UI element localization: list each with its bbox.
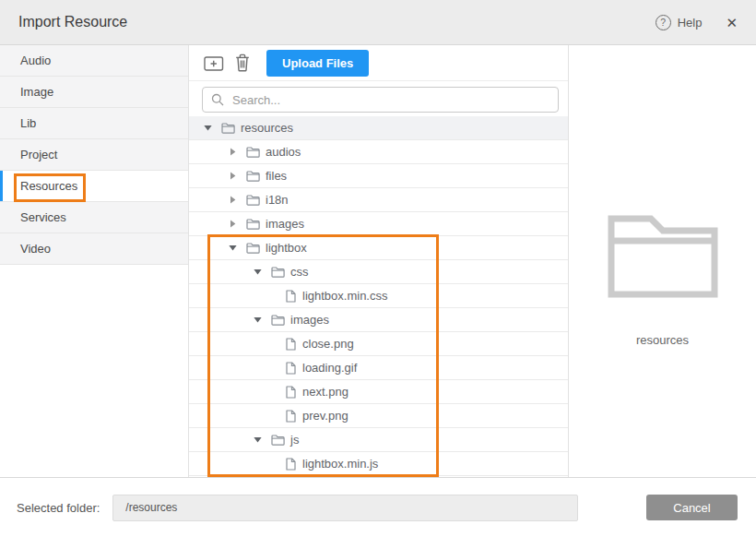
new-folder-icon <box>204 54 224 72</box>
tree-node-css[interactable]: css <box>189 260 568 284</box>
tree-node-lightbox.min.css[interactable]: lightbox.min.css <box>189 284 568 308</box>
import-resource-dialog: Import Resource ? Help ✕ AudioImageLibPr… <box>0 0 756 537</box>
help-icon: ? <box>656 15 671 30</box>
collapse-arrow-icon[interactable] <box>254 436 262 443</box>
sidebar-item-image[interactable]: Image <box>0 77 188 108</box>
sidebar-item-label: Audio <box>20 54 51 67</box>
delete-button[interactable] <box>231 50 254 76</box>
tree-node-js[interactable]: js <box>189 428 568 452</box>
folder-icon <box>271 315 285 326</box>
sidebar-item-services[interactable]: Services <box>0 202 188 233</box>
sidebar-item-video[interactable]: Video <box>0 233 188 265</box>
tree-node-images[interactable]: images <box>189 212 568 236</box>
tree-node-label: lightbox.min.js <box>302 457 378 471</box>
tree-node-loading.gif[interactable]: loading.gif <box>189 356 568 380</box>
file-icon <box>286 410 296 423</box>
file-icon <box>286 362 296 375</box>
new-folder-button[interactable] <box>200 51 228 76</box>
dialog-footer: Selected folder: Cancel <box>0 477 756 537</box>
sidebar-item-label: Image <box>20 85 53 99</box>
tree-node-next.png[interactable]: next.png <box>189 380 568 404</box>
sidebar-item-label: Project <box>20 148 57 161</box>
tree-node-label: images <box>266 217 304 231</box>
sidebar-item-resources[interactable]: Resources <box>0 171 188 202</box>
close-icon[interactable]: ✕ <box>726 16 738 30</box>
tree-node-files[interactable]: files <box>189 164 568 188</box>
folder-icon <box>246 195 260 206</box>
folder-icon <box>246 243 260 254</box>
tree-node-label: lightbox.min.css <box>302 289 387 303</box>
collapse-arrow-icon[interactable] <box>254 316 262 323</box>
file-icon <box>286 338 296 351</box>
tree-node-label: images <box>290 313 329 327</box>
tree-node-resources[interactable]: resources <box>189 116 568 140</box>
selected-folder-label: Selected folder: <box>17 501 100 515</box>
folder-icon <box>221 123 235 134</box>
file-icon <box>286 386 296 399</box>
expand-arrow-icon[interactable] <box>229 220 237 228</box>
collapse-arrow-icon[interactable] <box>254 268 262 275</box>
tree-node-close.png[interactable]: close.png <box>189 332 568 356</box>
help-label: Help <box>678 16 703 30</box>
category-sidebar: AudioImageLibProjectResourcesServicesVid… <box>0 45 189 477</box>
tree-node-label: next.png <box>302 385 348 399</box>
preview-folder-name: resources <box>636 333 689 347</box>
search-area <box>189 81 568 116</box>
tree-node-prev.png[interactable]: prev.png <box>189 404 568 428</box>
expand-arrow-icon[interactable] <box>229 172 237 180</box>
search-input[interactable] <box>230 92 549 108</box>
folder-tree: resourcesaudiosfilesi18nimageslightboxcs… <box>189 116 568 477</box>
upload-files-button[interactable]: Upload Files <box>266 50 369 77</box>
collapse-arrow-icon[interactable] <box>229 245 237 251</box>
sidebar-item-label: Lib <box>20 116 36 130</box>
collapse-arrow-icon[interactable] <box>204 125 212 131</box>
tree-node-audios[interactable]: audios <box>189 140 568 164</box>
big-folder-icon <box>608 215 718 298</box>
expand-arrow-icon[interactable] <box>229 196 237 204</box>
folder-icon <box>246 219 260 230</box>
tree-node-label: lightbox <box>266 241 307 255</box>
file-icon <box>286 290 296 303</box>
expand-arrow-icon[interactable] <box>229 148 237 156</box>
tree-node-label: loading.gif <box>302 361 357 375</box>
sidebar-item-audio[interactable]: Audio <box>0 45 188 77</box>
tree-node-lightbox[interactable]: lightbox <box>189 236 568 260</box>
search-box[interactable] <box>202 87 559 113</box>
tree-node-i18n[interactable]: i18n <box>189 188 568 212</box>
folder-icon <box>271 435 285 446</box>
sidebar-item-label: Resources <box>20 179 77 193</box>
sidebar-item-label: Video <box>20 242 51 256</box>
tree-node-label: audios <box>266 145 301 159</box>
sidebar-item-lib[interactable]: Lib <box>0 108 188 139</box>
file-icon <box>286 458 296 471</box>
tree-node-label: resources <box>241 121 293 135</box>
search-icon <box>211 93 224 106</box>
folder-icon <box>246 147 260 158</box>
folder-icon <box>271 267 285 278</box>
tree-node-lightbox.min.js[interactable]: lightbox.min.js <box>189 452 568 476</box>
tree-node-label: close.png <box>302 337 354 351</box>
folder-icon <box>246 171 260 182</box>
tree-node-label: prev.png <box>302 409 348 423</box>
tree-node-images[interactable]: images <box>189 308 568 332</box>
tree-node-label: i18n <box>266 193 289 207</box>
toolbar: Upload Files <box>189 45 568 81</box>
tree-panel: Upload Files resourcesaudiosfilesi18nima… <box>189 45 569 477</box>
sidebar-item-project[interactable]: Project <box>0 139 188 171</box>
dialog-header: Import Resource ? Help ✕ <box>0 0 756 45</box>
tree-node-label: js <box>290 433 299 447</box>
preview-panel: resources <box>569 45 756 477</box>
tree-node-label: files <box>266 169 287 183</box>
selected-folder-path[interactable] <box>112 495 578 521</box>
help-button[interactable]: ? Help <box>656 15 703 30</box>
dialog-title: Import Resource <box>18 14 656 30</box>
tree-node-label: css <box>290 265 309 279</box>
trash-icon <box>235 54 250 72</box>
cancel-button[interactable]: Cancel <box>646 495 738 520</box>
sidebar-item-label: Services <box>20 210 66 224</box>
